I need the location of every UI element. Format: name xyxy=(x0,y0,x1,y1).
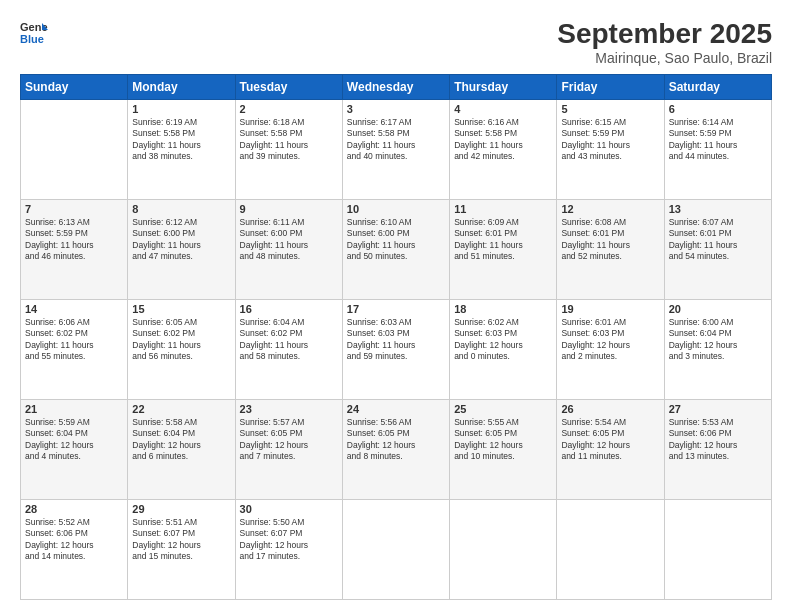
title-block: September 2025 Mairinque, Sao Paulo, Bra… xyxy=(557,18,772,66)
day-info: Sunrise: 6:01 AM Sunset: 6:03 PM Dayligh… xyxy=(561,317,659,363)
day-info: Sunrise: 6:08 AM Sunset: 6:01 PM Dayligh… xyxy=(561,217,659,263)
svg-text:Blue: Blue xyxy=(20,33,44,45)
table-row xyxy=(450,500,557,600)
day-info: Sunrise: 6:07 AM Sunset: 6:01 PM Dayligh… xyxy=(669,217,767,263)
day-number: 1 xyxy=(132,103,230,115)
day-info: Sunrise: 6:18 AM Sunset: 5:58 PM Dayligh… xyxy=(240,117,338,163)
day-number: 18 xyxy=(454,303,552,315)
table-row: 29Sunrise: 5:51 AM Sunset: 6:07 PM Dayli… xyxy=(128,500,235,600)
day-info: Sunrise: 6:04 AM Sunset: 6:02 PM Dayligh… xyxy=(240,317,338,363)
calendar-week-4: 21Sunrise: 5:59 AM Sunset: 6:04 PM Dayli… xyxy=(21,400,772,500)
day-info: Sunrise: 5:53 AM Sunset: 6:06 PM Dayligh… xyxy=(669,417,767,463)
day-info: Sunrise: 6:14 AM Sunset: 5:59 PM Dayligh… xyxy=(669,117,767,163)
day-number: 3 xyxy=(347,103,445,115)
day-number: 15 xyxy=(132,303,230,315)
table-row: 27Sunrise: 5:53 AM Sunset: 6:06 PM Dayli… xyxy=(664,400,771,500)
table-row: 28Sunrise: 5:52 AM Sunset: 6:06 PM Dayli… xyxy=(21,500,128,600)
header: General Blue September 2025 Mairinque, S… xyxy=(20,18,772,66)
day-number: 16 xyxy=(240,303,338,315)
day-number: 8 xyxy=(132,203,230,215)
table-row: 8Sunrise: 6:12 AM Sunset: 6:00 PM Daylig… xyxy=(128,200,235,300)
table-row: 12Sunrise: 6:08 AM Sunset: 6:01 PM Dayli… xyxy=(557,200,664,300)
day-number: 9 xyxy=(240,203,338,215)
day-info: Sunrise: 5:54 AM Sunset: 6:05 PM Dayligh… xyxy=(561,417,659,463)
table-row: 5Sunrise: 6:15 AM Sunset: 5:59 PM Daylig… xyxy=(557,100,664,200)
table-row: 19Sunrise: 6:01 AM Sunset: 6:03 PM Dayli… xyxy=(557,300,664,400)
main-title: September 2025 xyxy=(557,18,772,50)
day-info: Sunrise: 6:05 AM Sunset: 6:02 PM Dayligh… xyxy=(132,317,230,363)
table-row: 23Sunrise: 5:57 AM Sunset: 6:05 PM Dayli… xyxy=(235,400,342,500)
day-number: 10 xyxy=(347,203,445,215)
day-number: 28 xyxy=(25,503,123,515)
logo-icon: General Blue xyxy=(20,18,48,46)
table-row xyxy=(21,100,128,200)
col-sunday: Sunday xyxy=(21,75,128,100)
calendar-week-2: 7Sunrise: 6:13 AM Sunset: 5:59 PM Daylig… xyxy=(21,200,772,300)
day-info: Sunrise: 5:58 AM Sunset: 6:04 PM Dayligh… xyxy=(132,417,230,463)
calendar-header-row: Sunday Monday Tuesday Wednesday Thursday… xyxy=(21,75,772,100)
page: General Blue September 2025 Mairinque, S… xyxy=(0,0,792,612)
day-info: Sunrise: 6:17 AM Sunset: 5:58 PM Dayligh… xyxy=(347,117,445,163)
day-number: 24 xyxy=(347,403,445,415)
day-number: 26 xyxy=(561,403,659,415)
table-row: 1Sunrise: 6:19 AM Sunset: 5:58 PM Daylig… xyxy=(128,100,235,200)
day-info: Sunrise: 5:57 AM Sunset: 6:05 PM Dayligh… xyxy=(240,417,338,463)
table-row: 6Sunrise: 6:14 AM Sunset: 5:59 PM Daylig… xyxy=(664,100,771,200)
day-info: Sunrise: 5:59 AM Sunset: 6:04 PM Dayligh… xyxy=(25,417,123,463)
day-info: Sunrise: 6:16 AM Sunset: 5:58 PM Dayligh… xyxy=(454,117,552,163)
table-row: 4Sunrise: 6:16 AM Sunset: 5:58 PM Daylig… xyxy=(450,100,557,200)
table-row: 22Sunrise: 5:58 AM Sunset: 6:04 PM Dayli… xyxy=(128,400,235,500)
day-info: Sunrise: 6:02 AM Sunset: 6:03 PM Dayligh… xyxy=(454,317,552,363)
day-info: Sunrise: 5:50 AM Sunset: 6:07 PM Dayligh… xyxy=(240,517,338,563)
calendar-week-1: 1Sunrise: 6:19 AM Sunset: 5:58 PM Daylig… xyxy=(21,100,772,200)
table-row: 26Sunrise: 5:54 AM Sunset: 6:05 PM Dayli… xyxy=(557,400,664,500)
day-number: 7 xyxy=(25,203,123,215)
table-row: 16Sunrise: 6:04 AM Sunset: 6:02 PM Dayli… xyxy=(235,300,342,400)
day-number: 22 xyxy=(132,403,230,415)
day-info: Sunrise: 6:15 AM Sunset: 5:59 PM Dayligh… xyxy=(561,117,659,163)
day-number: 30 xyxy=(240,503,338,515)
table-row: 11Sunrise: 6:09 AM Sunset: 6:01 PM Dayli… xyxy=(450,200,557,300)
day-number: 6 xyxy=(669,103,767,115)
col-saturday: Saturday xyxy=(664,75,771,100)
calendar-week-3: 14Sunrise: 6:06 AM Sunset: 6:02 PM Dayli… xyxy=(21,300,772,400)
table-row: 21Sunrise: 5:59 AM Sunset: 6:04 PM Dayli… xyxy=(21,400,128,500)
day-number: 12 xyxy=(561,203,659,215)
table-row: 7Sunrise: 6:13 AM Sunset: 5:59 PM Daylig… xyxy=(21,200,128,300)
day-info: Sunrise: 6:13 AM Sunset: 5:59 PM Dayligh… xyxy=(25,217,123,263)
day-info: Sunrise: 6:03 AM Sunset: 6:03 PM Dayligh… xyxy=(347,317,445,363)
table-row: 20Sunrise: 6:00 AM Sunset: 6:04 PM Dayli… xyxy=(664,300,771,400)
col-friday: Friday xyxy=(557,75,664,100)
day-number: 4 xyxy=(454,103,552,115)
day-number: 14 xyxy=(25,303,123,315)
col-monday: Monday xyxy=(128,75,235,100)
day-info: Sunrise: 6:11 AM Sunset: 6:00 PM Dayligh… xyxy=(240,217,338,263)
table-row: 15Sunrise: 6:05 AM Sunset: 6:02 PM Dayli… xyxy=(128,300,235,400)
day-number: 19 xyxy=(561,303,659,315)
calendar-week-5: 28Sunrise: 5:52 AM Sunset: 6:06 PM Dayli… xyxy=(21,500,772,600)
table-row xyxy=(557,500,664,600)
day-number: 17 xyxy=(347,303,445,315)
table-row: 25Sunrise: 5:55 AM Sunset: 6:05 PM Dayli… xyxy=(450,400,557,500)
table-row xyxy=(664,500,771,600)
day-number: 2 xyxy=(240,103,338,115)
table-row: 17Sunrise: 6:03 AM Sunset: 6:03 PM Dayli… xyxy=(342,300,449,400)
day-info: Sunrise: 5:55 AM Sunset: 6:05 PM Dayligh… xyxy=(454,417,552,463)
col-thursday: Thursday xyxy=(450,75,557,100)
day-info: Sunrise: 6:10 AM Sunset: 6:00 PM Dayligh… xyxy=(347,217,445,263)
day-number: 27 xyxy=(669,403,767,415)
table-row: 24Sunrise: 5:56 AM Sunset: 6:05 PM Dayli… xyxy=(342,400,449,500)
table-row xyxy=(342,500,449,600)
day-info: Sunrise: 6:19 AM Sunset: 5:58 PM Dayligh… xyxy=(132,117,230,163)
day-info: Sunrise: 5:56 AM Sunset: 6:05 PM Dayligh… xyxy=(347,417,445,463)
table-row: 10Sunrise: 6:10 AM Sunset: 6:00 PM Dayli… xyxy=(342,200,449,300)
day-info: Sunrise: 5:51 AM Sunset: 6:07 PM Dayligh… xyxy=(132,517,230,563)
table-row: 2Sunrise: 6:18 AM Sunset: 5:58 PM Daylig… xyxy=(235,100,342,200)
table-row: 9Sunrise: 6:11 AM Sunset: 6:00 PM Daylig… xyxy=(235,200,342,300)
day-number: 21 xyxy=(25,403,123,415)
day-info: Sunrise: 6:00 AM Sunset: 6:04 PM Dayligh… xyxy=(669,317,767,363)
day-number: 5 xyxy=(561,103,659,115)
table-row: 13Sunrise: 6:07 AM Sunset: 6:01 PM Dayli… xyxy=(664,200,771,300)
table-row: 14Sunrise: 6:06 AM Sunset: 6:02 PM Dayli… xyxy=(21,300,128,400)
calendar: Sunday Monday Tuesday Wednesday Thursday… xyxy=(20,74,772,600)
